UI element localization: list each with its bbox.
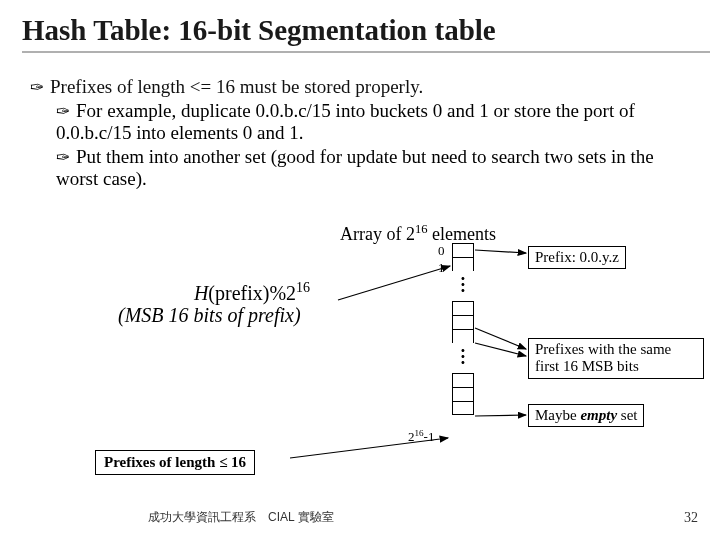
array-caption: Array of 216 elements — [340, 222, 496, 245]
svg-line-3 — [475, 343, 526, 356]
array-index-0: 0 — [438, 243, 445, 259]
bullet-main: ✑Prefixes of length <= 16 must be stored… — [30, 76, 690, 98]
bullet-sub-2: ✑Put them into another set (good for upd… — [56, 146, 690, 191]
footer-left: 成功大學資訊工程系 CIAL 實驗室 — [148, 509, 334, 526]
array-cell — [452, 329, 474, 343]
array-cell — [452, 243, 474, 257]
hash-function-sublabel: (MSB 16 bits of prefix) — [118, 304, 301, 327]
ellipsis-icon: ••• — [452, 343, 474, 373]
array-cell — [452, 401, 474, 415]
array-cell — [452, 315, 474, 329]
array-cell — [452, 301, 474, 315]
bullet-sub-1-text: For example, duplicate 0.0.b.c/15 into b… — [56, 100, 635, 143]
array-index-1: 1 — [438, 260, 445, 276]
array-table: ••• ••• — [452, 243, 474, 415]
array-cell — [452, 257, 474, 271]
bullet-main-text: Prefixes of length <= 16 must be stored … — [50, 76, 423, 97]
ellipsis-icon: ••• — [452, 271, 474, 301]
array-cell — [452, 373, 474, 387]
array-cell — [452, 387, 474, 401]
svg-line-1 — [475, 250, 526, 253]
svg-line-4 — [475, 415, 526, 416]
bullet-icon: ✑ — [56, 148, 70, 167]
callout-prefix-00yz: Prefix: 0.0.y.z — [528, 246, 626, 269]
page-number: 32 — [684, 510, 698, 526]
callout-empty-set: Maybe empty set — [528, 404, 644, 427]
bullet-sub-2-text: Put them into another set (good for upda… — [56, 146, 654, 189]
svg-line-2 — [475, 328, 526, 349]
bullet-sub-1: ✑For example, duplicate 0.0.b.c/15 into … — [56, 100, 690, 145]
hash-function-label: H(prefix)%216 — [142, 280, 362, 305]
callout-same-msb: Prefixes with the same first 16 MSB bits — [528, 338, 704, 379]
slide-title: Hash Table: 16-bit Segmentation table — [22, 14, 710, 53]
callout-prefixes-le-16: Prefixes of length ≤ 16 — [95, 450, 255, 475]
bullet-icon: ✑ — [30, 78, 44, 97]
bullet-icon: ✑ — [56, 102, 70, 121]
array-index-N: 216-1 — [408, 428, 434, 445]
